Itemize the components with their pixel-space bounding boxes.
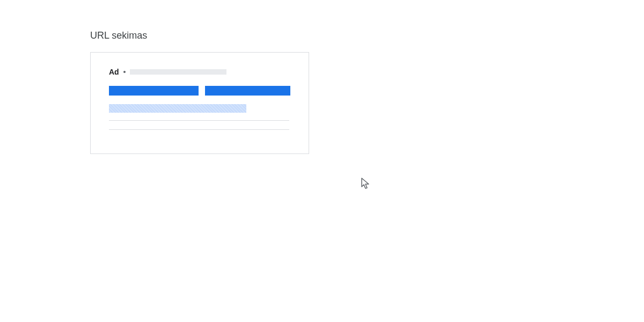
url-tracking-section: URL sekimas Ad — [0, 0, 644, 154]
ad-url-placeholder — [130, 69, 226, 75]
cursor-pointer-icon — [361, 177, 371, 190]
ad-label: Ad — [109, 68, 119, 76]
ad-headline-row — [109, 86, 290, 96]
bullet-separator-icon — [123, 71, 126, 73]
ad-tracking-highlight — [109, 104, 246, 113]
ad-headline-placeholder — [205, 86, 290, 96]
ad-headline-placeholder — [109, 86, 199, 96]
ad-preview-card: Ad — [90, 52, 309, 154]
ad-description-placeholder — [109, 129, 289, 130]
ad-description-placeholder — [109, 120, 289, 121]
ad-header-row: Ad — [109, 68, 290, 76]
section-title: URL sekimas — [90, 30, 644, 41]
